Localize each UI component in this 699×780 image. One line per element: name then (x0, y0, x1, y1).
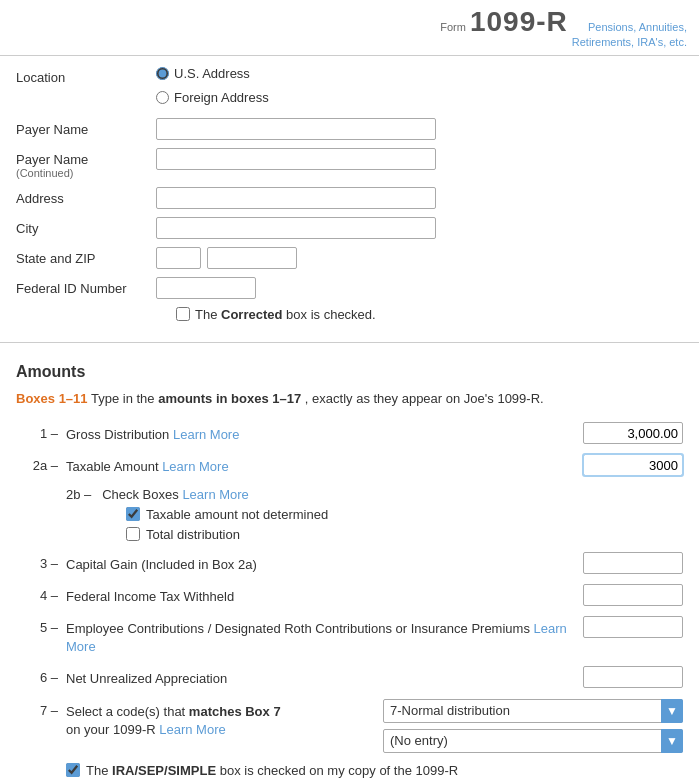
box7-desc: Select a code(s) that matches Box 7 on y… (66, 699, 383, 739)
payer-name-continued-input[interactable] (156, 148, 436, 170)
box1-num: 1 – (16, 422, 66, 441)
corrected-label: The Corrected box is checked. (195, 307, 376, 322)
box7-learn-more[interactable]: Learn More (159, 722, 225, 737)
box5-desc: Employee Contributions / Designated Roth… (66, 616, 583, 656)
state-zip-label: State and ZIP (16, 247, 156, 266)
box6-input[interactable] (583, 666, 683, 688)
location-section: Location U.S. Address Foreign Address Pa… (0, 56, 699, 342)
ira-checkbox[interactable] (66, 763, 80, 777)
box3-input[interactable] (583, 552, 683, 574)
us-address-radio[interactable] (156, 67, 169, 80)
us-address-row[interactable]: U.S. Address (156, 66, 269, 81)
form-subtitle: Pensions, Annuities, Retirements, IRA's,… (572, 20, 687, 51)
box3-row: 3 – Capital Gain (Included in Box 2a) (16, 552, 683, 574)
state-zip-inputs (156, 247, 683, 269)
box2a-input-wrap (583, 454, 683, 476)
box3-input-wrap (583, 552, 683, 574)
amounts-section: Amounts Boxes 1–11 Type in the amounts i… (0, 353, 699, 780)
ira-row: The IRA/SEP/SIMPLE box is checked on my … (66, 763, 683, 778)
box4-row: 4 – Federal Income Tax Withheld (16, 584, 683, 606)
city-inputs (156, 217, 683, 239)
location-row: Location U.S. Address Foreign Address (16, 66, 683, 110)
payer-name-inputs (156, 118, 683, 140)
box2a-input[interactable] (583, 454, 683, 476)
state-zip-row: State and ZIP (16, 247, 683, 269)
location-inputs: U.S. Address Foreign Address (156, 66, 683, 110)
form-label: Form (440, 21, 466, 33)
foreign-address-radio[interactable] (156, 91, 169, 104)
total-distribution-row: Total distribution (126, 527, 683, 542)
box7-entry-select-wrap: (No entry) A B D J K ▼ (383, 729, 683, 753)
box5-input-wrap (583, 616, 683, 638)
box5-input[interactable] (583, 616, 683, 638)
federal-id-label: Federal ID Number (16, 277, 156, 296)
taxable-not-determined-label: Taxable amount not determined (146, 507, 328, 522)
form-header: Form 1099-R Pensions, Annuities, Retirem… (0, 0, 699, 56)
box2a-num: 2a – (16, 454, 66, 473)
form-number: 1099-R (470, 6, 568, 38)
corrected-row: The Corrected box is checked. (176, 307, 683, 322)
box5-row: 5 – Employee Contributions / Designated … (16, 616, 683, 656)
taxable-not-determined-checkbox[interactable] (126, 507, 140, 521)
box7-selects: 7-Normal distribution 1-Early distributi… (383, 699, 683, 753)
city-input[interactable] (156, 217, 436, 239)
foreign-address-row[interactable]: Foreign Address (156, 90, 269, 105)
address-input[interactable] (156, 187, 436, 209)
address-inputs (156, 187, 683, 209)
payer-name-input[interactable] (156, 118, 436, 140)
box7-select[interactable]: 7-Normal distribution 1-Early distributi… (383, 699, 683, 723)
total-distribution-label: Total distribution (146, 527, 240, 542)
box6-desc: Net Unrealized Appreciation (66, 666, 583, 688)
box1-learn-more[interactable]: Learn More (173, 427, 239, 442)
payer-name-label: Payer Name (16, 118, 156, 137)
box4-num: 4 – (16, 584, 66, 603)
box7-select-wrap: 7-Normal distribution 1-Early distributi… (383, 699, 683, 723)
box7-entry-select[interactable]: (No entry) A B D J K (383, 729, 683, 753)
city-row: City (16, 217, 683, 239)
box2b-area: 2b – Check Boxes Learn More Taxable amou… (66, 487, 683, 542)
box2b-learn-more[interactable]: Learn More (182, 487, 248, 502)
federal-id-row: Federal ID Number (16, 277, 683, 299)
box2b-check-boxes-label: Check Boxes (102, 487, 179, 502)
address-row: Address (16, 187, 683, 209)
box3-desc: Capital Gain (Included in Box 2a) (66, 552, 583, 574)
box2a-desc: Taxable Amount Learn More (66, 454, 583, 476)
address-label: Address (16, 187, 156, 206)
box1-input-wrap (583, 422, 683, 444)
payer-name-continued-label: Payer Name (Continued) (16, 148, 156, 179)
box6-num: 6 – (16, 666, 66, 685)
city-label: City (16, 217, 156, 236)
box1-input[interactable] (583, 422, 683, 444)
box1-row: 1 – Gross Distribution Learn More (16, 422, 683, 444)
form-title-area: Form 1099-R Pensions, Annuities, Retirem… (440, 6, 687, 51)
box3-num: 3 – (16, 552, 66, 571)
box7-row: 7 – Select a code(s) that matches Box 7 … (16, 699, 683, 753)
section-divider (0, 342, 699, 343)
amounts-title: Amounts (16, 363, 683, 381)
box4-input-wrap (583, 584, 683, 606)
box2b-label: 2b – Check Boxes Learn More (66, 487, 683, 502)
box4-desc: Federal Income Tax Withheld (66, 584, 583, 606)
box7-num: 7 – (16, 699, 66, 718)
federal-id-inputs (156, 277, 683, 299)
federal-id-input[interactable] (156, 277, 256, 299)
state-input[interactable] (156, 247, 201, 269)
us-address-label: U.S. Address (174, 66, 250, 81)
boxes-instruction: Boxes 1–11 Type in the amounts in boxes … (16, 389, 683, 409)
corrected-checkbox[interactable] (176, 307, 190, 321)
payer-name-continued-inputs (156, 148, 683, 170)
box6-row: 6 – Net Unrealized Appreciation (16, 666, 683, 688)
box5-num: 5 – (16, 616, 66, 635)
foreign-address-label: Foreign Address (174, 90, 269, 105)
location-label: Location (16, 66, 156, 85)
box2a-learn-more[interactable]: Learn More (162, 459, 228, 474)
zip-input[interactable] (207, 247, 297, 269)
box2b-checkboxes: Taxable amount not determined Total dist… (126, 507, 683, 542)
box4-input[interactable] (583, 584, 683, 606)
payer-name-row: Payer Name (16, 118, 683, 140)
ira-label: The IRA/SEP/SIMPLE box is checked on my … (86, 763, 458, 778)
box6-input-wrap (583, 666, 683, 688)
payer-name-continued-row: Payer Name (Continued) (16, 148, 683, 179)
box2b-num-label: 2b – (66, 487, 91, 502)
total-distribution-checkbox[interactable] (126, 527, 140, 541)
